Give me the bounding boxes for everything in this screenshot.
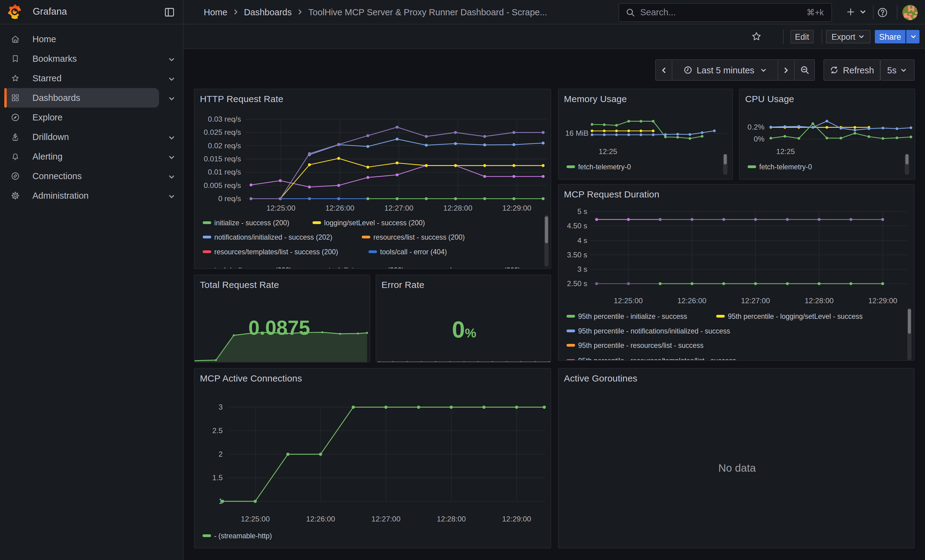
svg-text:12:29:00: 12:29:00	[868, 297, 897, 305]
svg-text:fetch-telemetry-0: fetch-telemetry-0	[578, 163, 631, 171]
svg-text:0.03 req/s: 0.03 req/s	[208, 115, 241, 123]
svg-text:resources/list - success (200): resources/list - success (200)	[373, 233, 465, 241]
svg-text:2.5: 2.5	[212, 426, 222, 435]
svg-text:12:25: 12:25	[598, 147, 617, 155]
svg-text:4 s: 4 s	[577, 236, 587, 245]
svg-text:12:25:00: 12:25:00	[241, 515, 270, 523]
svg-text:12:29:00: 12:29:00	[502, 515, 531, 523]
svg-text:12:25:00: 12:25:00	[266, 204, 295, 212]
svg-text:3: 3	[218, 403, 223, 411]
svg-text:0%: 0%	[452, 316, 476, 342]
svg-text:unknown - success (200): unknown - success (200)	[442, 266, 520, 269]
svg-text:95th percentile - initialize -: 95th percentile - initialize - success	[578, 312, 687, 320]
svg-text:12:28:00: 12:28:00	[804, 297, 833, 305]
svg-text:4.50 s: 4.50 s	[567, 222, 587, 230]
svg-text:notifications/initialized - su: notifications/initialized - success (202…	[214, 233, 332, 241]
svg-text:0%: 0%	[754, 135, 764, 143]
svg-text:95th percentile - notification: 95th percentile - notifications/initiali…	[578, 327, 730, 335]
svg-text:3.50 s: 3.50 s	[567, 251, 587, 259]
svg-text:95th percentile - resources/li: 95th percentile - resources/list - succe…	[578, 341, 704, 349]
svg-text:0.0875: 0.0875	[248, 316, 310, 339]
svg-text:0.2%: 0.2%	[747, 123, 765, 131]
svg-text:- (streamable-http): - (streamable-http)	[214, 532, 272, 540]
svg-text:0.01 req/s: 0.01 req/s	[208, 168, 241, 176]
svg-text:1.5: 1.5	[212, 473, 222, 482]
svg-text:0.015 req/s: 0.015 req/s	[203, 155, 241, 163]
svg-text:1: 1	[218, 497, 223, 505]
svg-text:95th percentile - logging/setL: 95th percentile - logging/setLevel - suc…	[728, 312, 863, 320]
svg-text:0.005 req/s: 0.005 req/s	[203, 181, 241, 189]
svg-text:12:26:00: 12:26:00	[306, 515, 335, 523]
svg-text:95th percentile - resources/te: 95th percentile - resources/templates/li…	[578, 357, 736, 361]
svg-text:12:29:00: 12:29:00	[502, 204, 531, 212]
svg-text:12:25: 12:25	[776, 147, 795, 155]
svg-text:logging/setLevel - success (20: logging/setLevel - success (200)	[324, 219, 425, 227]
svg-text:12:27:00: 12:27:00	[741, 297, 770, 305]
svg-text:16 MiB: 16 MiB	[565, 129, 589, 137]
svg-text:initialize - success (200): initialize - success (200)	[214, 219, 289, 227]
svg-text:fetch-telemetry-0: fetch-telemetry-0	[759, 163, 812, 171]
svg-text:tools/list - success (200): tools/list - success (200)	[328, 266, 404, 269]
svg-text:3 s: 3 s	[577, 265, 587, 273]
svg-text:12:28:00: 12:28:00	[437, 515, 466, 523]
svg-text:0 req/s: 0 req/s	[218, 194, 241, 203]
svg-text:12:26:00: 12:26:00	[677, 297, 706, 305]
svg-text:12:26:00: 12:26:00	[325, 204, 354, 212]
svg-text:12:25:00: 12:25:00	[614, 297, 643, 305]
svg-text:0.02 req/s: 0.02 req/s	[208, 141, 241, 150]
svg-text:tools/call - success (200): tools/call - success (200)	[214, 266, 292, 269]
svg-text:12:27:00: 12:27:00	[384, 204, 413, 212]
svg-text:12:28:00: 12:28:00	[443, 204, 472, 212]
svg-text:0.025 req/s: 0.025 req/s	[203, 128, 241, 136]
svg-text:5 s: 5 s	[577, 207, 587, 216]
svg-text:2: 2	[218, 450, 223, 458]
svg-text:12:27:00: 12:27:00	[371, 515, 401, 523]
svg-text:tools/call - error (404): tools/call - error (404)	[380, 248, 447, 255]
svg-text:resources/templates/list - suc: resources/templates/list - success (200)	[214, 248, 338, 255]
svg-text:No data: No data	[718, 462, 756, 474]
svg-text:2.50 s: 2.50 s	[567, 279, 587, 288]
